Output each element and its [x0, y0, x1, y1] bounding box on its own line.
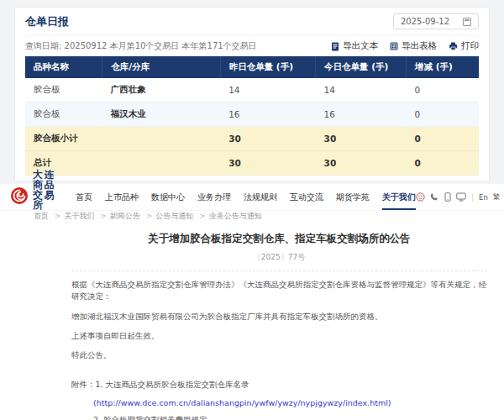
customer-service-icon[interactable]: [416, 192, 425, 202]
cell-variety: 胶合板: [25, 78, 102, 102]
printer-icon: [449, 42, 458, 50]
total-row: 总计 30 30 0: [25, 151, 479, 176]
export-text-button[interactable]: 导出文本: [331, 40, 378, 52]
divider: |: [471, 193, 474, 202]
nav-item-interaction[interactable]: 互动交流: [290, 185, 323, 210]
attachments: 附件：1. 大连商品交易所胶合板指定交割仓库名录 (http://www.dce…: [71, 380, 487, 420]
breadcrumb-notices[interactable]: 公告与通知: [155, 211, 208, 222]
cell-yesterday: 14: [220, 78, 315, 102]
nav-item-home[interactable]: 首页: [76, 185, 92, 210]
col-change: 增减 (手): [407, 56, 479, 78]
export-actions: 导出文本 导出表格 打印: [331, 40, 479, 52]
announcement: 关于增加胶合板指定交割仓库、指定车板交割场所的公告 〔2025〕77号 根据《大…: [0, 222, 504, 420]
page: 仓单日报 2025-09-12 查询日期: 20250912 本月第10个交易日…: [0, 0, 504, 420]
nav-item-academy[interactable]: 期货学苑: [336, 185, 370, 210]
cell-yesterday: 16: [220, 102, 315, 127]
nav-item-products[interactable]: 上市品种: [105, 185, 139, 210]
announcement-title: 关于增加胶合板指定交割仓库、指定车板交割场所的公告: [71, 232, 487, 246]
export-table-label: 导出表格: [402, 40, 437, 52]
attachment-name: 2. 胶合板期货交割相关费用规定: [93, 415, 207, 420]
subtotal-label: 胶合板小计: [25, 127, 102, 151]
announcement-paragraph: 根据《大连商品交易所指定交割仓库管理办法》《大连商品交易所指定交割仓库资格与监督…: [71, 279, 487, 303]
announcement-paragraph: 增加湖北福汉木业国际贸易有限公司为胶合板指定厂库并具有指定车板交割场所的资格。: [71, 311, 487, 323]
query-info: 查询日期: 20250912 本月第10个交易日 本年第171个交易日: [25, 40, 257, 52]
attachment-name: 1. 大连商品交易所胶合板指定交割仓库名录: [96, 380, 249, 389]
attachments-label: 附件：: [71, 380, 96, 389]
report-header: 仓单日报 2025-09-12: [25, 8, 479, 36]
export-text-label: 导出文本: [343, 40, 378, 52]
document-icon: [331, 42, 339, 51]
attachment-link-row: (http://www.dce.com.cn/dalianshangpin/yw…: [71, 398, 487, 407]
breadcrumb-home[interactable]: 首页: [34, 211, 64, 222]
attachment-item: 2. 胶合板期货交割相关费用规定: [71, 415, 487, 420]
cell-variety: 胶合板: [25, 102, 102, 127]
header-tools: | En 繁 | 日: [416, 191, 504, 203]
report-toolbar: 查询日期: 20250912 本月第10个交易日 本年第171个交易日 导出文本…: [25, 36, 479, 56]
print-label: 打印: [461, 40, 479, 52]
phone-icon[interactable]: [430, 192, 439, 202]
table-row: 胶合板 福汉木业 16 16 0: [25, 102, 479, 127]
cell-warehouse: 福汉木业: [102, 102, 220, 127]
announcement-paragraph: 特此公告。: [71, 349, 487, 361]
nav-item-rules[interactable]: 法规规则: [244, 185, 277, 210]
main-nav: 首页 上市品种 数据中心 业务办理 法规规则 互动交流 期货学苑 关于我们: [76, 185, 416, 210]
divider: [71, 270, 487, 271]
table-row: 胶合板 广西壮象 14 14 0: [25, 78, 479, 102]
col-warehouse: 仓库/分库: [102, 56, 220, 78]
subtotal-yesterday: 30: [220, 127, 315, 151]
table-header-row: 品种名称 仓库/分库 昨日仓单量 (手) 今日仓单量 (手) 增减 (手): [25, 56, 479, 78]
lang-traditional[interactable]: 繁: [493, 192, 501, 202]
dce-logo-icon: [10, 186, 29, 208]
nav-item-business[interactable]: 业务办理: [197, 185, 231, 210]
calendar-icon: [463, 18, 471, 26]
cell-change: 0: [407, 78, 479, 102]
cell-today: 16: [316, 102, 407, 127]
site-header: 大连商品交易所 DALIAN COMMODITY EXCHANGE 首页 上市品…: [0, 184, 504, 210]
breadcrumb-about[interactable]: 关于我们: [64, 211, 109, 222]
cell-change: 0: [407, 102, 479, 127]
total-today: 30: [316, 151, 407, 176]
subtotal-change: 0: [407, 127, 479, 151]
breadcrumb-business-notices[interactable]: 业务公告与通知: [209, 211, 262, 222]
nav-item-about-us[interactable]: 关于我们: [382, 185, 416, 210]
date-value: 2025-09-12: [401, 17, 449, 26]
nav-item-data-center[interactable]: 数据中心: [151, 185, 185, 210]
col-yesterday: 昨日仓单量 (手): [220, 56, 315, 78]
monitor-icon[interactable]: [456, 192, 466, 202]
subtotal-warehouse: [102, 127, 220, 151]
table-icon: [390, 42, 398, 50]
subtotal-today: 30: [316, 127, 407, 151]
cell-today: 14: [316, 78, 407, 102]
date-picker[interactable]: 2025-09-12: [393, 13, 479, 29]
print-button[interactable]: 打印: [449, 40, 479, 52]
mobile-icon[interactable]: [444, 192, 451, 202]
col-variety: 品种名称: [25, 56, 102, 78]
attachment-link[interactable]: (http://www.dce.com.cn/dalianshangpin/yw…: [93, 398, 391, 407]
logo-cn: 大连商品交易所: [33, 170, 62, 210]
report-title: 仓单日报: [25, 14, 69, 29]
report-card: 仓单日报 2025-09-12 查询日期: 20250912 本月第10个交易日…: [14, 7, 490, 181]
total-warehouse: [102, 151, 220, 176]
breadcrumb: 首页 关于我们 新闻公告 公告与通知 业务公告与通知: [0, 210, 504, 222]
total-change: 0: [407, 151, 479, 176]
export-table-button[interactable]: 导出表格: [390, 40, 437, 52]
col-today: 今日仓单量 (手): [316, 56, 407, 78]
breadcrumb-news[interactable]: 新闻公告: [110, 211, 155, 222]
cell-warehouse: 广西壮象: [102, 78, 220, 102]
attachment-item: 附件：1. 大连商品交易所胶合板指定交割仓库名录: [71, 380, 487, 391]
total-yesterday: 30: [220, 151, 315, 176]
receipt-table: 品种名称 仓库/分库 昨日仓单量 (手) 今日仓单量 (手) 增减 (手) 胶合…: [25, 56, 479, 176]
lang-en[interactable]: En: [479, 193, 488, 202]
announcement-paragraph: 上述事项自即日起生效。: [71, 330, 487, 342]
subtotal-row: 胶合板小计 30 30 0: [25, 127, 479, 151]
announcement-doc-number: 〔2025〕77号: [71, 252, 487, 263]
